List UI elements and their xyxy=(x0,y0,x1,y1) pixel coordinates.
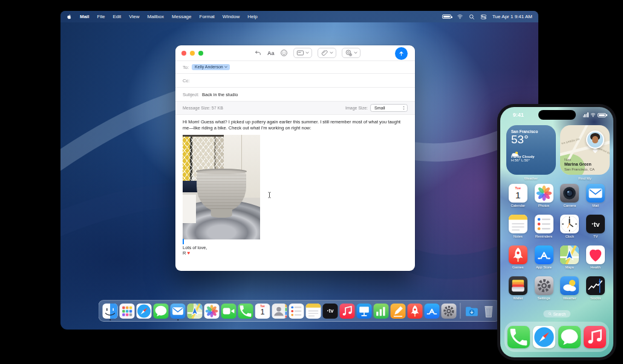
iphone-app-games[interactable]: Games xyxy=(505,245,531,269)
dock-icon-launchpad[interactable] xyxy=(120,304,135,319)
dock-icon-finder[interactable] xyxy=(103,304,118,319)
apple-menu[interactable] xyxy=(67,13,72,20)
iphone-app-mail[interactable]: Mail xyxy=(582,184,608,207)
iphone-status-icons xyxy=(583,112,606,117)
iphone-dock-messages[interactable] xyxy=(558,326,581,348)
search-label: Search xyxy=(553,312,566,316)
iphone-app-wallet[interactable]: Wallet xyxy=(505,276,531,300)
close-button[interactable] xyxy=(181,51,186,56)
weather-widget[interactable]: San Francisco 53° Partly Cloudy H:56° L:… xyxy=(506,125,556,175)
recipient-name: Kelly Anderson xyxy=(195,65,223,69)
emoji-button[interactable] xyxy=(280,48,288,58)
menu-item-mail[interactable]: Mail xyxy=(80,14,90,19)
findmy-widget[interactable]: NA GREEN DR MARINA BLV Now Marina Green … xyxy=(560,125,610,175)
music-icon xyxy=(584,326,606,348)
dock-icon-messages[interactable] xyxy=(154,304,169,319)
iphone-dock-music[interactable] xyxy=(584,326,606,348)
wallet-icon xyxy=(509,276,527,295)
zoom-button[interactable] xyxy=(198,51,203,56)
clock-icon xyxy=(560,215,579,233)
menu-item-file[interactable]: File xyxy=(97,14,105,19)
cellular-signal-icon xyxy=(583,112,589,117)
format-button[interactable]: Aa xyxy=(267,48,275,58)
menu-bar-clock[interactable]: Tue Apr 1 9:41 AM xyxy=(492,14,532,19)
iphone-clock: 9:41 xyxy=(513,112,524,118)
image-size-select[interactable]: Small xyxy=(370,104,408,112)
dock-icon-numbers[interactable] xyxy=(374,304,389,319)
message-body[interactable]: Hi Mom! Guess what? I picked up pottery … xyxy=(175,115,415,239)
iphone-dock-safari[interactable] xyxy=(533,326,555,348)
stepper-icon xyxy=(402,105,405,111)
dock-icon-photos[interactable] xyxy=(204,304,220,319)
iphone-app-weather[interactable]: Weather xyxy=(557,276,583,300)
send-button[interactable] xyxy=(395,47,408,60)
findmy-place: Marina Green xyxy=(564,162,595,167)
battery-icon[interactable] xyxy=(442,15,451,19)
iphone-app-calendar[interactable]: Tue1Calendar xyxy=(505,184,531,207)
notes-icon xyxy=(509,215,527,233)
undo-button[interactable] xyxy=(254,48,262,58)
dock-icon-contacts[interactable] xyxy=(272,304,287,319)
menu-item-message[interactable]: Message xyxy=(172,14,191,19)
dock-icon-calendar[interactable]: Tue1 xyxy=(255,304,270,319)
dock-icon-keynote[interactable] xyxy=(357,304,372,319)
recipient-token[interactable]: Kelly Anderson xyxy=(192,64,230,70)
dock-icon-settings[interactable] xyxy=(442,304,457,319)
mail-icon xyxy=(586,184,605,203)
menu-item-help[interactable]: Help xyxy=(247,14,257,19)
menu-item-edit[interactable]: Edit xyxy=(113,14,121,19)
minimize-button[interactable] xyxy=(190,51,195,56)
iphone-app-photos[interactable]: Photos xyxy=(531,184,557,207)
traffic-lights xyxy=(181,51,203,56)
dock-icon-notes[interactable] xyxy=(306,304,321,319)
spotlight-search-pill[interactable]: Search xyxy=(543,310,571,317)
closing-line: Lots of love, xyxy=(183,245,207,250)
iphone-app-health[interactable]: Health xyxy=(582,245,608,269)
attach-button[interactable] xyxy=(318,48,336,58)
iphone-app-stocks[interactable]: Stocks xyxy=(582,276,608,300)
dock-icon-facetime[interactable] xyxy=(221,304,236,319)
iphone-app-settings[interactable]: Settings xyxy=(531,276,557,300)
menu-item-format[interactable]: Format xyxy=(200,14,215,19)
menu-item-view[interactable]: View xyxy=(129,14,139,19)
image-size-value: Small xyxy=(374,106,385,110)
dock-icon-appstore[interactable] xyxy=(425,304,440,319)
wifi-icon[interactable] xyxy=(457,14,463,19)
calendar-icon: Tue1 xyxy=(255,304,270,319)
iphone-app-maps[interactable]: Maps xyxy=(557,245,583,269)
dock-icon-music[interactable] xyxy=(340,304,355,319)
menu-item-window[interactable]: Window xyxy=(223,14,240,19)
subject-label: Subject: xyxy=(183,92,199,97)
app-label: TV xyxy=(593,235,598,238)
control-center-icon[interactable] xyxy=(480,14,487,20)
iphone-app-tv[interactable]: tvTV xyxy=(582,215,608,238)
dock-icon-downloads[interactable] xyxy=(465,304,480,319)
weather-icon xyxy=(560,276,579,295)
iphone-app-reminders[interactable]: Reminders xyxy=(531,215,557,238)
dock-icon-safari[interactable] xyxy=(137,304,152,319)
insert-photo-button[interactable] xyxy=(342,48,360,58)
dock-icon-reminders[interactable] xyxy=(289,304,304,319)
subject-field[interactable]: Subject: Back in the studio xyxy=(175,88,415,102)
attached-photo[interactable] xyxy=(183,135,260,239)
dock-icon-mail[interactable] xyxy=(171,304,186,319)
menu-item-mailbox[interactable]: Mailbox xyxy=(147,14,164,19)
dock-icon-pages[interactable] xyxy=(391,304,406,319)
iphone-app-app-store[interactable]: App Store xyxy=(531,245,557,269)
header-fields-button[interactable] xyxy=(293,48,312,58)
contacts-icon xyxy=(272,304,287,319)
dock-icon-phone[interactable] xyxy=(238,304,253,319)
search-icon[interactable] xyxy=(469,14,475,20)
app-label: Weather xyxy=(563,296,576,300)
to-field[interactable]: To: Kelly Anderson xyxy=(175,61,415,74)
iphone-app-notes[interactable]: Notes xyxy=(505,215,531,238)
dock-icon-maps[interactable] xyxy=(188,304,203,319)
dock-icon-tv[interactable]: tv xyxy=(323,304,338,319)
dock-icon-trash[interactable] xyxy=(481,304,497,319)
iphone-dock-phone[interactable] xyxy=(507,326,530,348)
iphone-app-clock[interactable]: Clock xyxy=(557,215,583,238)
cc-field[interactable]: Cc: xyxy=(175,74,415,88)
dock-icon-games[interactable] xyxy=(408,304,423,319)
iphone-app-camera[interactable]: Camera xyxy=(557,184,583,207)
tv-icon: tv xyxy=(323,304,338,319)
